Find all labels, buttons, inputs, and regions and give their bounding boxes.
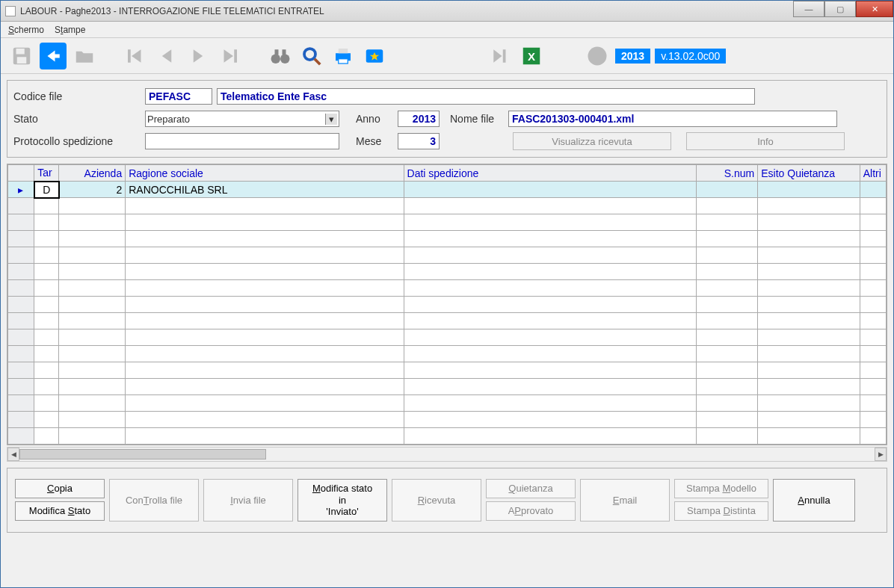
svg-text:X: X: [528, 50, 535, 63]
table-row[interactable]: [8, 428, 887, 445]
table-row[interactable]: [8, 297, 887, 313]
table-row[interactable]: [8, 395, 887, 412]
mese-field[interactable]: 3: [398, 133, 440, 149]
next-record-icon[interactable]: [185, 43, 212, 69]
year-chip: 2013: [615, 49, 650, 64]
protocollo-label: Protocollo spedizione: [13, 135, 141, 147]
minimize-button[interactable]: —: [793, 1, 824, 17]
status-dot-icon: [584, 43, 611, 69]
toolbar: X 2013 v.13.02.0c00: [1, 38, 893, 74]
svg-rect-1: [16, 49, 25, 55]
approvato-button[interactable]: APprovato: [486, 501, 576, 521]
table-row[interactable]: [8, 247, 887, 264]
codice-file-desc-field: Telematico Ente Fasc: [217, 88, 755, 105]
row-marker: ▸: [8, 182, 34, 198]
skip-end-icon[interactable]: [487, 43, 514, 69]
binoculars-icon[interactable]: [267, 43, 294, 69]
quietanza-button[interactable]: Quietanza: [486, 479, 576, 498]
mese-label: Mese: [356, 135, 393, 147]
visualizza-ricevuta-button[interactable]: Visualizza ricevuta: [513, 132, 671, 150]
stato-label: Stato: [13, 113, 141, 125]
cell-snum: [696, 182, 758, 198]
table-row[interactable]: [8, 346, 887, 362]
horizontal-scrollbar[interactable]: ◀ ▶: [7, 447, 887, 462]
cell-altri: [860, 182, 886, 198]
print-icon[interactable]: [330, 43, 357, 69]
table-row[interactable]: [8, 313, 887, 329]
email-button[interactable]: Email: [580, 479, 670, 522]
window-title: LABOUR - Paghe2013 - INTERROGAZIONE FILE…: [20, 6, 324, 16]
scroll-left-arrow[interactable]: ◀: [7, 448, 19, 461]
controlla-file-button[interactable]: ConTrolla file: [109, 479, 199, 522]
copia-button[interactable]: Copia: [15, 479, 105, 498]
data-grid[interactable]: Tar Azienda Ragione sociale Dati spedizi…: [7, 164, 887, 445]
col-ragione[interactable]: Ragione sociale: [126, 165, 404, 182]
table-row[interactable]: [8, 231, 887, 247]
search-icon[interactable]: [298, 43, 325, 69]
table-row[interactable]: [8, 329, 887, 346]
svg-rect-2: [17, 57, 27, 64]
modifica-inviato-line2: in: [339, 495, 346, 507]
excel-icon[interactable]: X: [518, 43, 545, 69]
svg-point-7: [280, 54, 290, 64]
table-row[interactable]: [8, 214, 887, 231]
back-button[interactable]: [40, 43, 67, 69]
menubar: Schermo Stampe: [1, 22, 893, 38]
annulla-button[interactable]: Annulla: [773, 479, 855, 522]
modifica-inviato-line3: 'Inviato': [326, 506, 358, 518]
ricevuta-button[interactable]: Ricevuta: [392, 479, 481, 522]
nome-file-field[interactable]: FASC201303-000401.xml: [508, 111, 837, 127]
col-snum[interactable]: S.num: [696, 165, 758, 182]
scroll-right-arrow[interactable]: ▶: [875, 448, 887, 461]
previous-record-icon[interactable]: [153, 43, 180, 69]
grid-header-row: Tar Azienda Ragione sociale Dati spedizi…: [8, 165, 887, 182]
bottom-button-panel: Copia Modifica Stato ConTrolla file Invi…: [7, 468, 887, 533]
nome-file-label: Nome file: [444, 113, 504, 125]
stampa-modello-button[interactable]: Stampa Modello: [674, 479, 768, 498]
first-record-icon[interactable]: [122, 43, 149, 69]
last-record-icon[interactable]: [216, 43, 243, 69]
table-row[interactable]: [8, 362, 887, 379]
table-row[interactable]: [8, 280, 887, 297]
maximize-button[interactable]: ▢: [824, 1, 856, 17]
svg-rect-8: [275, 49, 279, 55]
row-selector-header: [8, 165, 34, 182]
invia-file-button[interactable]: Invia file: [203, 479, 293, 522]
svg-point-19: [588, 46, 607, 65]
app-icon: [5, 6, 16, 16]
info-button[interactable]: Info: [686, 132, 845, 150]
table-row[interactable]: [8, 264, 887, 280]
col-esito[interactable]: Esito Quietanza: [758, 165, 860, 182]
codice-file-field[interactable]: PEFASC: [145, 88, 212, 105]
anno-field[interactable]: 2013: [398, 111, 440, 127]
col-tar[interactable]: Tar: [34, 165, 59, 182]
table-row[interactable]: [8, 412, 887, 428]
stato-select[interactable]: Preparato ▾: [145, 111, 339, 127]
modifica-stato-button[interactable]: Modifica Stato: [15, 501, 105, 521]
folder-icon[interactable]: [71, 43, 98, 69]
close-button[interactable]: ✕: [856, 1, 893, 17]
protocollo-field[interactable]: [145, 133, 339, 149]
table-row[interactable]: ▸ D 2 RANOCCHILAB SRL: [8, 182, 887, 198]
svg-point-6: [271, 54, 281, 64]
table-row[interactable]: [8, 198, 887, 214]
col-azienda[interactable]: Azienda: [59, 165, 126, 182]
menu-schermo[interactable]: Schermo: [8, 25, 44, 35]
svg-point-10: [304, 49, 315, 60]
menu-stampe[interactable]: Stampe: [55, 25, 85, 35]
svg-rect-3: [54, 54, 60, 58]
modifica-stato-inviato-button[interactable]: Modifica statoin'Inviato': [298, 479, 387, 522]
col-altri[interactable]: Altri: [860, 165, 886, 182]
cell-dati: [404, 182, 696, 198]
form-panel: Codice file PEFASC Telematico Ente Fasc …: [7, 80, 887, 158]
svg-rect-4: [128, 49, 131, 63]
col-dati[interactable]: Dati spedizione: [404, 165, 696, 182]
stampa-distinta-button[interactable]: Stampa Distinta: [674, 501, 768, 521]
save-icon[interactable]: [8, 43, 35, 69]
cell-azienda: 2: [59, 182, 126, 198]
svg-rect-9: [283, 49, 286, 55]
favorite-icon[interactable]: [361, 43, 388, 69]
cell-tar[interactable]: D: [34, 182, 59, 198]
table-row[interactable]: [8, 379, 887, 395]
scroll-thumb[interactable]: [19, 449, 266, 459]
